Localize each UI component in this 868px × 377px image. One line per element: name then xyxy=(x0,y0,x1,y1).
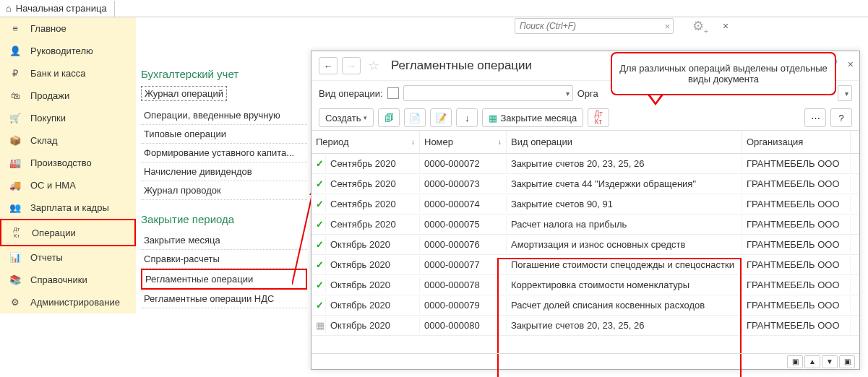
back-button[interactable]: ← xyxy=(319,57,338,74)
sub-item[interactable]: Закрытие месяца xyxy=(141,231,307,250)
sidebar-item-12[interactable]: ⚙Администрирование xyxy=(0,291,136,313)
sub-item[interactable]: Справки-расчеты xyxy=(141,250,307,269)
help-button[interactable]: ? xyxy=(830,108,852,127)
calendar-icon: ▦ xyxy=(489,113,497,124)
sheet-button[interactable]: 📄 xyxy=(404,108,426,127)
scroll-top-button[interactable]: ▣ xyxy=(787,355,803,368)
sidebar-item-11[interactable]: 📚Справочники xyxy=(0,269,136,291)
sidebar-icon: ≡ xyxy=(9,23,22,34)
forward-button[interactable]: → xyxy=(342,57,361,74)
create-button[interactable]: Создать▾ xyxy=(319,108,374,127)
sidebar-label: Покупки xyxy=(30,113,66,124)
edit-button[interactable]: 📝 xyxy=(430,108,452,127)
th-number[interactable]: Номер↓ xyxy=(420,131,507,153)
chevron-down-icon: ▾ xyxy=(566,90,570,98)
home-tab-label: Начальная страница xyxy=(16,3,107,14)
sidebar-item-1[interactable]: 👤Руководителю xyxy=(0,40,136,62)
cell-org: ГРАНТМЕБЕЛЬ ООО xyxy=(742,236,851,253)
table-row[interactable]: ✓Октябрь 20200000-000077Погашение стоимо… xyxy=(311,255,859,275)
more-button[interactable]: ⋯ xyxy=(804,108,826,127)
cell-number: 0000-000074 xyxy=(420,196,507,212)
sidebar-item-2[interactable]: ₽Банк и касса xyxy=(0,62,136,84)
sidebar-label: Главное xyxy=(30,23,66,34)
gear-icon[interactable]: ⚙+ xyxy=(692,18,708,35)
cell-period: Сентябрь 2020 xyxy=(326,216,420,233)
row-status-icon: ✓ xyxy=(311,297,326,313)
sidebar-item-3[interactable]: 🛍Продажи xyxy=(0,84,136,107)
cell-org: ГРАНТМЕБЕЛЬ ООО xyxy=(742,216,851,233)
callout: Для различных операций выделены отдельны… xyxy=(611,52,836,95)
sidebar-label: Справочники xyxy=(30,274,87,285)
main-window: ← → ☆ Регламентные операции 🔗 × Вид опер… xyxy=(311,51,860,370)
th-org[interactable]: Организация xyxy=(742,131,851,153)
row-status-icon: ✓ xyxy=(311,176,326,192)
clear-icon[interactable]: × xyxy=(664,21,670,32)
scroll-up-button[interactable]: ▲ xyxy=(804,355,820,368)
home-icon: ⌂ xyxy=(6,3,12,14)
scroll-bottom-button[interactable]: ▣ xyxy=(839,355,855,368)
down-button[interactable]: ↓ xyxy=(456,108,478,127)
sub-item[interactable]: Начисление дивидендов xyxy=(141,162,307,181)
th-period[interactable]: Период↓ xyxy=(311,131,420,153)
sidebar-item-4[interactable]: 🛒Покупки xyxy=(0,107,136,129)
sub-item[interactable]: Журнал проводок xyxy=(141,181,307,200)
sub-item[interactable]: Формирование уставного капита... xyxy=(141,144,307,162)
sidebar-item-6[interactable]: 🏭Производство xyxy=(0,152,136,174)
sidebar-label: Производство xyxy=(30,157,92,168)
sub-item[interactable]: Типовые операции xyxy=(141,125,307,144)
table-row[interactable]: ✓Сентябрь 20200000-000074Закрытие счетов… xyxy=(311,194,859,214)
scroll-down-button[interactable]: ▼ xyxy=(822,355,838,368)
search-input[interactable] xyxy=(518,20,664,32)
sidebar-icon: 📚 xyxy=(9,274,22,285)
close-panel-icon[interactable]: × xyxy=(723,20,729,32)
sidebar-icon: ₽ xyxy=(9,68,22,79)
row-status-icon: ✓ xyxy=(311,236,326,253)
sub-item[interactable]: Регламентные операции НДС xyxy=(141,290,307,308)
sidebar-item-9[interactable]: Дт КтОперации xyxy=(0,219,136,246)
filter-checkbox-op[interactable] xyxy=(387,87,399,99)
filter-dropdown-extra[interactable]: ▾ xyxy=(838,85,852,101)
cell-number: 0000-000073 xyxy=(420,176,507,192)
row-status-icon: ✓ xyxy=(311,196,326,212)
table-row[interactable]: ✓Сентябрь 20200000-000072Закрытие счетов… xyxy=(311,154,859,174)
sidebar-label: Администрирование xyxy=(30,297,120,308)
cell-period: Сентябрь 2020 xyxy=(326,155,420,172)
subpanel-heading-1: Бухгалтерский учет xyxy=(141,68,307,80)
cell-period: Октябрь 2020 xyxy=(326,236,420,253)
cell-org: ГРАНТМЕБЕЛЬ ООО xyxy=(742,256,851,273)
sidebar-icon: 🚚 xyxy=(9,180,22,191)
cell-org: ГРАНТМЕБЕЛЬ ООО xyxy=(742,155,851,172)
sidebar-icon: 📊 xyxy=(9,252,22,263)
close-window-icon[interactable]: × xyxy=(848,58,854,70)
sidebar-item-10[interactable]: 📊Отчеты xyxy=(0,246,136,269)
sidebar-item-7[interactable]: 🚚ОС и НМА xyxy=(0,174,136,196)
sub-item[interactable]: Операции, введенные вручную xyxy=(141,106,307,125)
month-close-button[interactable]: ▦ Закрытие месяца xyxy=(482,108,583,127)
sub-item-reglament[interactable]: Регламентные операции xyxy=(141,269,307,290)
table-row[interactable]: ✓Октябрь 20200000-000076Амортизация и из… xyxy=(311,235,859,255)
table-row[interactable]: ✓Октябрь 20200000-000078Корректировка ст… xyxy=(311,275,859,295)
sidebar-item-8[interactable]: 👥Зарплата и кадры xyxy=(0,196,136,219)
global-search[interactable]: × xyxy=(515,18,674,34)
sub-item-journal[interactable]: Журнал операций xyxy=(141,86,227,101)
table-row[interactable]: ✓Октябрь 20200000-000079Расчет долей спи… xyxy=(311,295,859,316)
table-row[interactable]: ▦Октябрь 20200000-000080Закрытие счетов … xyxy=(311,316,859,336)
cell-number: 0000-000078 xyxy=(420,277,507,293)
sidebar-item-0[interactable]: ≡Главное xyxy=(0,17,136,40)
filter-label-org: Орга xyxy=(577,88,598,99)
sidebar-icon: 👤 xyxy=(9,46,22,56)
cell-period: Октябрь 2020 xyxy=(326,317,420,334)
filter-dropdown-op[interactable]: ▾ xyxy=(403,85,573,101)
sidebar-label: Склад xyxy=(30,135,58,146)
sidebar-icon: ⚙ xyxy=(9,297,22,308)
sidebar-icon: 📦 xyxy=(9,135,22,146)
th-op[interactable]: Вид операции xyxy=(507,131,742,153)
copy-button[interactable]: 🗐 xyxy=(378,108,400,127)
sidebar-item-5[interactable]: 📦Склад xyxy=(0,129,136,152)
dk-button[interactable]: ДтКт xyxy=(588,108,609,127)
table-row[interactable]: ✓Сентябрь 20200000-000075Расчет налога н… xyxy=(311,214,859,235)
cell-org: ГРАНТМЕБЕЛЬ ООО xyxy=(742,196,851,212)
table-row[interactable]: ✓Сентябрь 20200000-000073Закрытие счета … xyxy=(311,174,859,194)
home-tab[interactable]: ⌂ Начальная страница xyxy=(6,1,115,17)
star-icon[interactable]: ☆ xyxy=(368,58,379,74)
